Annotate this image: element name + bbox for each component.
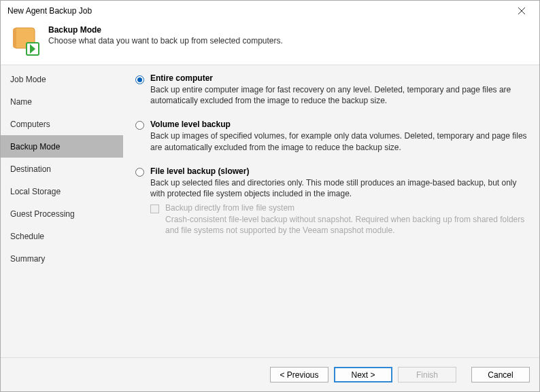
wizard-body: Job Mode Name Computers Backup Mode Dest… bbox=[1, 65, 539, 357]
close-button[interactable] bbox=[509, 3, 534, 19]
sidebar-item-local-storage[interactable]: Local Storage bbox=[1, 180, 123, 202]
direct-live-fs-suboption: Backup directly from live file system Cr… bbox=[150, 203, 527, 236]
content: Entire computer Back up entire computer … bbox=[123, 65, 539, 357]
sidebar-item-name[interactable]: Name bbox=[1, 90, 123, 113]
sidebar-item-label: Guest Processing bbox=[10, 209, 75, 219]
sidebar-item-label: Computers bbox=[10, 120, 50, 129]
sidebar-item-job-mode[interactable]: Job Mode bbox=[1, 68, 123, 90]
sidebar-item-label: Summary bbox=[10, 254, 45, 264]
option-volume-level: Volume level backup Back up images of sp… bbox=[135, 120, 527, 152]
sidebar-item-guest-processing[interactable]: Guest Processing bbox=[1, 202, 123, 225]
sidebar-item-label: Schedule bbox=[10, 232, 44, 241]
option-file-level: File level backup (slower) Back up selec… bbox=[135, 166, 527, 236]
footer: < Previous Next > Finish Cancel bbox=[1, 357, 539, 391]
banner-title: Backup Mode bbox=[48, 25, 283, 35]
volume-level-radio[interactable] bbox=[135, 121, 144, 130]
titlebar: New Agent Backup Job bbox=[1, 1, 539, 21]
banner: Backup Mode Choose what data you want to… bbox=[1, 21, 539, 65]
option-desc: Back up entire computer image for fast r… bbox=[150, 84, 527, 106]
sidebar-item-label: Job Mode bbox=[10, 75, 46, 84]
backup-mode-icon bbox=[9, 24, 41, 56]
close-icon bbox=[518, 7, 525, 14]
option-entire-computer: Entire computer Back up entire computer … bbox=[135, 73, 527, 106]
sidebar-item-backup-mode[interactable]: Backup Mode bbox=[1, 135, 123, 158]
direct-live-fs-desc: Crash-consistent file-level backup witho… bbox=[165, 214, 527, 236]
sidebar-item-schedule[interactable]: Schedule bbox=[1, 225, 123, 247]
banner-subtitle: Choose what data you want to back up fro… bbox=[48, 36, 283, 46]
sidebar-item-label: Destination bbox=[10, 164, 51, 174]
sidebar-item-summary[interactable]: Summary bbox=[1, 247, 123, 270]
previous-button[interactable]: < Previous bbox=[270, 367, 328, 382]
sidebar-item-computers[interactable]: Computers bbox=[1, 113, 123, 135]
banner-text: Backup Mode Choose what data you want to… bbox=[48, 24, 283, 46]
entire-computer-radio[interactable] bbox=[135, 75, 144, 84]
option-desc: Back up images of specified volumes, for… bbox=[150, 130, 527, 152]
direct-live-fs-label: Backup directly from live file system bbox=[165, 203, 527, 213]
cancel-button[interactable]: Cancel bbox=[471, 367, 530, 382]
sidebar-item-destination[interactable]: Destination bbox=[1, 158, 123, 180]
next-button[interactable]: Next > bbox=[334, 367, 392, 382]
sidebar: Job Mode Name Computers Backup Mode Dest… bbox=[1, 65, 123, 357]
option-desc: Back up selected files and directories o… bbox=[150, 177, 527, 199]
direct-live-fs-checkbox bbox=[150, 204, 159, 213]
window-title: New Agent Backup Job bbox=[6, 6, 509, 16]
sidebar-item-label: Name bbox=[10, 97, 32, 107]
file-level-radio[interactable] bbox=[135, 168, 144, 177]
option-title: Entire computer bbox=[150, 73, 527, 83]
option-title: Volume level backup bbox=[150, 120, 527, 129]
wizard-window: New Agent Backup Job Backup Mode Choose … bbox=[0, 0, 540, 392]
finish-button: Finish bbox=[398, 367, 456, 382]
sidebar-item-label: Backup Mode bbox=[10, 142, 60, 152]
sidebar-item-label: Local Storage bbox=[10, 187, 61, 196]
option-title: File level backup (slower) bbox=[150, 166, 527, 176]
